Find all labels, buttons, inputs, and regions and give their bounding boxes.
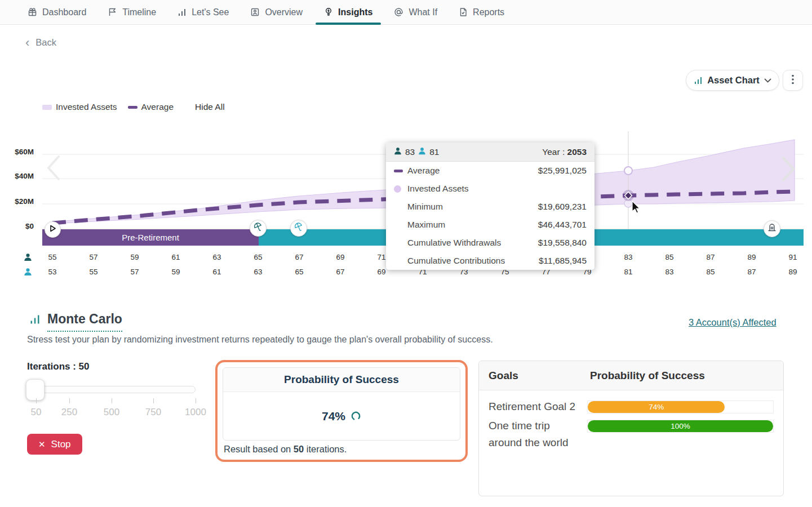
retirement-milestone-person1[interactable]	[250, 220, 267, 237]
tooltip-row-invested-assets: Invested Assets	[386, 180, 594, 198]
age-tick-label: 83	[665, 268, 673, 276]
age-tick-label: 57	[130, 268, 139, 276]
stop-button[interactable]: ✕ Stop	[27, 434, 82, 455]
age-tick-label: 69	[336, 253, 344, 261]
nav-item-let-s-see[interactable]: Let's See	[167, 0, 239, 24]
more-options-button[interactable]	[783, 70, 803, 91]
average-swatch-icon	[128, 106, 137, 109]
legend-average-label: Average	[141, 102, 174, 112]
back-chevron-icon: ‹	[25, 38, 29, 47]
age-tick-label: 63	[254, 268, 262, 276]
goal-progress-track: 100%	[587, 420, 774, 433]
goal-name: One time trip around the world	[489, 417, 587, 451]
accounts-affected-link[interactable]: 3 Account(s) Affected	[689, 317, 776, 328]
probability-value: 74%	[322, 410, 345, 423]
slider-tick-label: 500	[92, 407, 131, 418]
age-tick-label: 65	[295, 268, 303, 276]
legend-average[interactable]: Average	[128, 102, 174, 112]
back-link[interactable]: ‹ Back	[25, 37, 56, 48]
nav-item-overview[interactable]: Overview	[239, 0, 313, 24]
person2-icon	[418, 147, 426, 157]
spinner-icon	[350, 411, 361, 421]
legend-invested-assets[interactable]: Invested Assets	[42, 102, 117, 112]
y-axis-tick-label: $40M	[5, 172, 34, 180]
age-tick-label: 87	[747, 268, 756, 276]
age-tick-label: 67	[295, 253, 303, 261]
goal-progress-track: 74%	[587, 401, 774, 413]
legend-invested-assets-label: Invested Assets	[56, 102, 117, 112]
nav-item-insights[interactable]: Insights	[313, 0, 383, 24]
age-tick-label: 85	[706, 268, 715, 276]
probability-card-title: Probability of Success	[223, 368, 460, 392]
play-icon	[48, 224, 57, 235]
nav-item-timeline[interactable]: Timeline	[97, 0, 167, 24]
retirement-milestone-person2[interactable]	[290, 220, 307, 237]
age-tick-label: 81	[624, 268, 632, 276]
insights-page: DashboardTimelineLet's SeeOverviewInsigh…	[0, 0, 812, 507]
vertical-dots-icon	[792, 74, 794, 86]
average-dash-icon	[394, 170, 403, 172]
slider-tick-label: 250	[50, 407, 89, 418]
age-tick-label: 53	[48, 268, 56, 276]
tooltip-row-maximum: Maximum$46,443,701	[386, 216, 594, 234]
invested-assets-dot-icon	[394, 185, 401, 193]
age-tick-label: 87	[706, 253, 715, 261]
person1-icon	[24, 253, 32, 264]
age-tick-label: 91	[788, 253, 797, 261]
legend-hide-all-label: Hide All	[195, 102, 225, 112]
age-tick-label: 63	[212, 253, 221, 261]
end-of-plan-milestone[interactable]	[764, 220, 780, 237]
nav-item-reports[interactable]: Reports	[448, 0, 515, 24]
tooltip-row-cumulative-contributions: Cumulative Contributions$11,685,945	[386, 252, 594, 270]
nav-item-what-if[interactable]: What If	[383, 0, 448, 24]
chart-legend: Invested Assets Average Hide All	[42, 102, 225, 112]
goals-header: Goals	[479, 370, 590, 382]
tooltip-age1: 83	[405, 147, 415, 157]
stop-label: Stop	[51, 439, 71, 450]
goal-progress-bar: 74%	[588, 401, 725, 413]
age-tick-label: 55	[89, 268, 97, 276]
y-axis-tick-label: $20M	[5, 197, 34, 206]
tooltip-row-minimum: Minimum$19,609,231	[386, 198, 594, 216]
goal-name: Retirement Goal 2	[489, 398, 587, 415]
plan-start-milestone[interactable]	[45, 221, 61, 238]
tooltip-year-value: 2053	[567, 147, 587, 157]
gift-icon	[28, 7, 37, 17]
probability-result-note: Result based on 50 iterations.	[223, 441, 460, 457]
nav-item-dashboard[interactable]: Dashboard	[17, 0, 97, 24]
age-tick-label: 55	[48, 253, 56, 261]
bar-chart-icon	[694, 76, 703, 85]
carousel-left-icon[interactable]	[44, 153, 63, 185]
age-tick-label: 89	[788, 268, 797, 276]
y-axis-tick-label: $0	[5, 222, 34, 230]
age-tick-label: 61	[212, 268, 221, 276]
age-tick-label: 59	[171, 268, 180, 276]
tooltip-age2: 81	[429, 147, 439, 157]
goal-row-retirement-goal-2: Retirement Goal 274%	[489, 398, 774, 415]
age-tick-label: 57	[89, 253, 97, 261]
iterations-slider[interactable]: 502505007501000	[27, 386, 196, 393]
umbrella-icon	[253, 222, 263, 234]
at-sign-icon	[394, 7, 403, 17]
goals-card: Goals Probability of Success Retirement …	[478, 361, 784, 496]
y-axis-tick-label: $60M	[5, 148, 34, 156]
slider-track[interactable]	[27, 386, 196, 393]
back-label: Back	[36, 37, 56, 48]
age-tick-label: 67	[336, 268, 344, 276]
monte-carlo-description: Stress test your plan by randomizing inv…	[27, 335, 493, 345]
slider-thumb[interactable]	[26, 379, 45, 401]
goals-probability-header: Probability of Success	[590, 370, 705, 382]
tooltip-row-cumulative-withdrawals: Cumulative Withdrawals$19,558,840	[386, 234, 594, 252]
tooltip-header: 83 81 Year : 2053	[386, 143, 594, 162]
carousel-right-icon[interactable]	[779, 154, 798, 186]
asset-chart-dropdown[interactable]: Asset Chart	[686, 70, 779, 91]
person1-icon	[394, 147, 402, 157]
slider-tick-label: 750	[134, 407, 173, 418]
tooltip-row-average: Average$25,991,025	[386, 162, 594, 180]
age-tick-label: 83	[624, 253, 632, 261]
legend-hide-all[interactable]: Hide All	[195, 102, 225, 112]
bar-chart-icon	[178, 8, 187, 17]
age-tick-label: 85	[665, 253, 673, 261]
asset-chart-label: Asset Chart	[707, 75, 760, 86]
goal-progress-bar: 100%	[588, 420, 773, 432]
